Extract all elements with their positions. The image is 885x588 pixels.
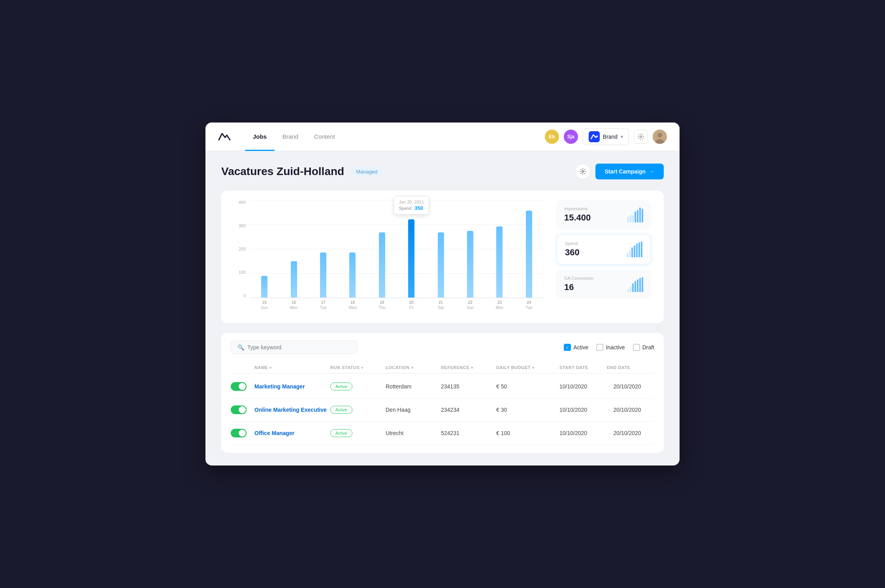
user-avatar[interactable] (653, 130, 667, 144)
search-wrapper: 🔍 (231, 341, 357, 354)
main-content: Vacatures Zuid-Holland Managed Start Cam… (205, 151, 680, 466)
toggle-switch-0[interactable] (231, 382, 247, 391)
status-cell-0: Active (330, 383, 386, 390)
bar-20[interactable] (408, 219, 414, 298)
inactive-checkbox[interactable] (596, 344, 603, 351)
ga-conversion-value: 16 (564, 282, 593, 292)
sort-icon-reference: ▾ (471, 366, 473, 370)
svg-point-2 (657, 133, 662, 138)
chart-bars-area: 15Sun16Mon17Tue18Wed19Thu Jan 20, 2021 S… (250, 200, 544, 298)
location-cell-2: Utrecht (386, 430, 441, 436)
job-name-link-2[interactable]: Office Manager (254, 430, 294, 436)
th-start-date: START DATE (559, 365, 607, 370)
budget-cell-0: € 50 (496, 383, 559, 390)
page-settings-button[interactable] (575, 164, 591, 179)
avatar-sja[interactable]: Sja (564, 130, 578, 144)
header-actions: Start Campaign → (575, 164, 664, 179)
draft-checkbox[interactable] (633, 344, 640, 351)
nav-tab-content[interactable]: Content (306, 122, 343, 151)
bar-22[interactable] (467, 231, 473, 298)
bar-21[interactable] (438, 232, 444, 298)
filter-inactive[interactable]: Inactive (596, 344, 625, 351)
arrow-icon: → (649, 168, 654, 175)
bar-19[interactable] (379, 232, 385, 298)
filter-active[interactable]: ✓ Active (564, 344, 588, 351)
settings-icon-btn[interactable] (634, 130, 648, 144)
table-toolbar: 🔍 ✓ Active Inactive Draft (231, 341, 654, 354)
nav-tabs: Jobs Brand Content (245, 122, 545, 151)
job-name-cell-1: Online Marketing Executive (254, 407, 330, 413)
bar-group-21: 21Sat (426, 200, 455, 298)
th-run-status[interactable]: RUN STATUS ▾ (330, 365, 386, 370)
bar-16[interactable] (291, 261, 297, 298)
toggle-cell (231, 382, 254, 391)
nav-tab-brand[interactable]: Brand (275, 122, 306, 151)
table-header: NAME ▾ RUN STATUS ▾ LOCATION ▾ REFERENCE… (231, 362, 654, 373)
toggle-cell (231, 429, 254, 437)
end-date-cell-2: - 20/10/2020 (607, 430, 654, 436)
status-badge-1: Active (330, 406, 352, 414)
filter-draft[interactable]: Draft (633, 344, 654, 351)
sort-icon-name: ▾ (269, 366, 272, 370)
stat-card-impressions: Impressions 15.400 (556, 200, 651, 229)
bar-label-16: 16Mon (290, 300, 298, 310)
active-checkbox[interactable]: ✓ (564, 344, 571, 351)
bar-group-18: 18Wed (338, 200, 367, 298)
bar-label-23: 23Mon (496, 300, 503, 310)
budget-cell-2: € 100 (496, 430, 559, 436)
bar-18[interactable] (349, 253, 356, 298)
spend-mini-chart (627, 241, 642, 257)
th-location[interactable]: LOCATION ▾ (386, 365, 441, 370)
brand-selector[interactable]: Brand ▾ (583, 128, 629, 145)
status-cell-2: Active (330, 429, 386, 437)
start-campaign-button[interactable]: Start Campaign → (595, 164, 664, 179)
bar-label-24: 24Tue (525, 300, 532, 310)
th-name[interactable]: NAME ▾ (254, 365, 330, 370)
toggle-switch-1[interactable] (231, 405, 247, 414)
toggle-cell (231, 405, 254, 414)
impressions-label: Impressions (564, 206, 591, 211)
stat-card-ga-conversion: GA Conversion 16 (556, 270, 651, 299)
svg-point-4 (582, 171, 584, 173)
table-row: Marketing Manager Active Rotterdam 23413… (231, 375, 654, 398)
table-row: Online Marketing Executive Active Den Ha… (231, 398, 654, 422)
job-name-cell-0: Marketing Manager (254, 383, 330, 390)
toggle-switch-2[interactable] (231, 429, 247, 437)
page-header: Vacatures Zuid-Holland Managed Start Cam… (221, 164, 664, 179)
spend-value: 360 (565, 247, 580, 258)
th-end-date: END DATE (607, 365, 654, 370)
spend-label: Spend (565, 241, 580, 246)
bar-label-17: 17Tue (320, 300, 327, 310)
job-name-link-0[interactable]: Marketing Manager (254, 383, 305, 390)
svg-point-0 (640, 136, 642, 138)
bar-label-20: 20Fri (409, 300, 414, 310)
search-input[interactable] (247, 344, 350, 351)
job-name-link-1[interactable]: Online Marketing Executive (254, 407, 327, 413)
table-body: Marketing Manager Active Rotterdam 23413… (231, 375, 654, 445)
bar-group-23: 23Mon (485, 200, 514, 298)
th-budget[interactable]: DAILY BUDGET ▾ (496, 365, 559, 370)
job-name-cell-2: Office Manager (254, 430, 330, 436)
stat-card-spend: Spend 360 (556, 234, 651, 265)
bar-label-22: 22Sun (467, 300, 474, 310)
budget-cell-1: € 30 (496, 407, 559, 413)
filter-group: ✓ Active Inactive Draft (564, 344, 654, 351)
avatar-eb[interactable]: Eb (545, 130, 559, 144)
status-cell-1: Active (330, 406, 386, 414)
search-icon: 🔍 (237, 344, 244, 351)
start-date-cell-2: 10/10/2020 (559, 430, 607, 436)
bar-label-19: 19Thu (378, 300, 385, 310)
sort-icon-status: ▾ (361, 366, 363, 370)
managed-badge: Managed (350, 167, 383, 177)
bar-23[interactable] (496, 226, 503, 298)
bar-24[interactable] (526, 211, 532, 298)
nav-tab-jobs[interactable]: Jobs (245, 122, 275, 151)
bar-15[interactable] (261, 276, 267, 298)
chart-main: 400 300 200 100 0 (234, 200, 544, 311)
th-reference[interactable]: REFERENCE ▾ (441, 365, 496, 370)
status-badge-0: Active (330, 383, 352, 390)
bar-17[interactable] (320, 253, 326, 298)
stats-panel: Impressions 15.400 Spen (556, 200, 651, 311)
header-right: Eb Sja Brand ▾ (545, 128, 667, 145)
sort-icon-budget: ▾ (532, 366, 535, 370)
